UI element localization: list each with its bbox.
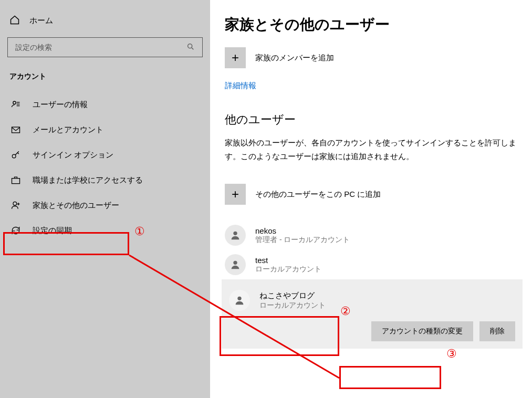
sidebar-item-email-accounts[interactable]: メールとアカウント (7, 117, 203, 142)
mail-icon (11, 124, 21, 135)
person-card-icon (11, 99, 21, 110)
svg-point-7 (12, 154, 16, 158)
sidebar-item-label: 家族とその他のユーザー (33, 201, 119, 211)
user-name: test (255, 256, 321, 265)
add-other-user[interactable]: + その他のユーザーをこの PC に追加 (225, 184, 523, 205)
svg-rect-8 (12, 179, 20, 184)
home-button[interactable]: ホーム (7, 11, 203, 34)
key-icon (11, 150, 21, 160)
user-row[interactable]: ねこさやブログ ローカルアカウント (229, 287, 515, 318)
sidebar-item-label: メールとアカウント (33, 125, 103, 135)
home-icon (9, 15, 20, 27)
main-content: 家族とその他のユーザー + 家族のメンバーを追加 詳細情報 他のユーザー 家族以… (210, 0, 532, 398)
svg-rect-6 (12, 127, 20, 133)
add-other-label: その他のユーザーをこの PC に追加 (255, 190, 381, 200)
search-input[interactable] (15, 43, 186, 51)
svg-point-2 (13, 101, 16, 104)
home-label: ホーム (29, 16, 53, 26)
person-plus-icon (11, 200, 21, 211)
sidebar-item-user-info[interactable]: ユーザーの情報 (7, 92, 203, 117)
plus-icon: + (225, 184, 246, 205)
sync-icon (11, 225, 21, 236)
avatar-icon (225, 225, 246, 246)
delete-button[interactable]: 削除 (479, 321, 515, 341)
user-name: ねこさやブログ (259, 291, 326, 301)
sidebar-item-label: サインイン オプション (33, 150, 113, 160)
svg-point-14 (237, 297, 241, 300)
other-users-heading: 他のユーザー (225, 112, 523, 128)
user-row[interactable]: test ローカルアカウント (225, 250, 523, 279)
other-users-desc: 家族以外のユーザーが、各自のアカウントを使ってサインインすることを許可します。こ… (225, 136, 523, 163)
more-info-link[interactable]: 詳細情報 (225, 81, 256, 91)
sidebar-item-label: 職場または学校にアクセスする (33, 175, 143, 185)
sidebar-item-label: 設定の同期 (33, 226, 72, 236)
user-role: ローカルアカウント (255, 265, 321, 274)
svg-point-12 (233, 232, 237, 235)
sidebar-item-access-work-school[interactable]: 職場または学校にアクセスする (7, 167, 203, 193)
user-name: nekos (255, 226, 350, 235)
svg-point-0 (188, 44, 192, 48)
briefcase-icon (11, 175, 21, 185)
add-family-label: 家族のメンバーを追加 (255, 53, 334, 63)
sidebar-item-label: ユーザーの情報 (33, 100, 88, 110)
svg-line-1 (192, 48, 193, 49)
change-account-type-button[interactable]: アカウントの種類の変更 (371, 321, 473, 341)
selected-user-panel: ねこさやブログ ローカルアカウント アカウントの種類の変更 削除 (222, 279, 523, 349)
page-title: 家族とその他のユーザー (225, 15, 523, 35)
avatar-icon (229, 290, 250, 311)
user-role: ローカルアカウント (259, 301, 326, 310)
user-role: 管理者 - ローカルアカウント (255, 235, 350, 245)
search-icon (186, 43, 195, 53)
search-box[interactable] (7, 37, 203, 57)
user-row[interactable]: nekos 管理者 - ローカルアカウント (225, 221, 523, 250)
avatar-icon (225, 254, 246, 275)
svg-point-9 (13, 202, 17, 205)
sidebar-item-sync-settings[interactable]: 設定の同期 (7, 218, 203, 243)
add-family-member[interactable]: + 家族のメンバーを追加 (225, 47, 523, 68)
plus-icon: + (225, 47, 246, 68)
sidebar-item-family-other-users[interactable]: 家族とその他のユーザー (7, 193, 203, 218)
sidebar-item-signin-options[interactable]: サインイン オプション (7, 142, 203, 167)
sidebar: ホーム アカウント ユーザーの情報 メールとアカウント サインイン オプション … (0, 0, 210, 398)
svg-point-13 (233, 261, 237, 265)
section-header-accounts: アカウント (7, 68, 203, 92)
